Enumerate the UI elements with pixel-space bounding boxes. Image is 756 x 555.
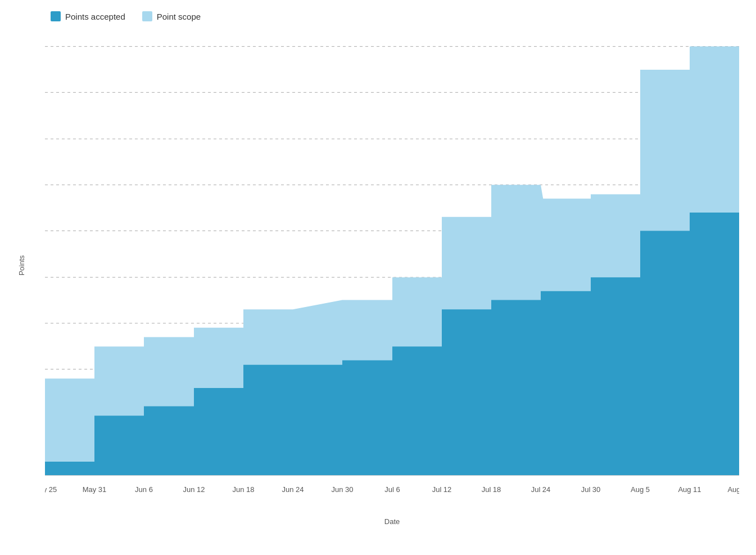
legend-label-scope: Point scope: [157, 12, 201, 21]
svg-text:Jun 6: Jun 6: [135, 485, 153, 494]
svg-text:Jun 30: Jun 30: [332, 485, 354, 494]
y-axis-label: Points: [17, 255, 26, 275]
chart-area: Points Date: [45, 33, 739, 498]
legend-swatch-scope: [142, 11, 152, 21]
x-axis-label: Date: [384, 517, 400, 526]
svg-text:Aug 5: Aug 5: [631, 485, 650, 494]
svg-text:Jun 18: Jun 18: [233, 485, 255, 494]
svg-text:Aug 17: Aug 17: [727, 485, 739, 494]
chart-svg: 100 110 120 130 140 150 160 170 180 190: [45, 33, 739, 498]
svg-text:May 25: May 25: [45, 485, 57, 494]
x-axis-ticks: May 25 May 31 Jun 6 Jun 12 Jun 18 Jun 24…: [45, 485, 739, 494]
svg-text:Jul 18: Jul 18: [482, 485, 501, 494]
svg-text:Jul 6: Jul 6: [384, 485, 400, 494]
legend-item-accepted: Points accepted: [51, 11, 125, 21]
svg-text:May 31: May 31: [83, 485, 107, 494]
svg-text:Jul 30: Jul 30: [581, 485, 601, 494]
legend-label-accepted: Points accepted: [65, 12, 125, 21]
legend-swatch-accepted: [51, 11, 61, 21]
svg-text:Jun 12: Jun 12: [183, 485, 205, 494]
legend-item-scope: Point scope: [142, 11, 201, 21]
svg-text:Jun 24: Jun 24: [282, 485, 304, 494]
chart-container: Points accepted Point scope Points Date: [0, 0, 756, 555]
chart-legend: Points accepted Point scope: [45, 11, 739, 21]
svg-text:Jul 24: Jul 24: [531, 485, 551, 494]
svg-text:Aug 11: Aug 11: [678, 485, 701, 494]
svg-text:Jul 12: Jul 12: [432, 485, 452, 494]
